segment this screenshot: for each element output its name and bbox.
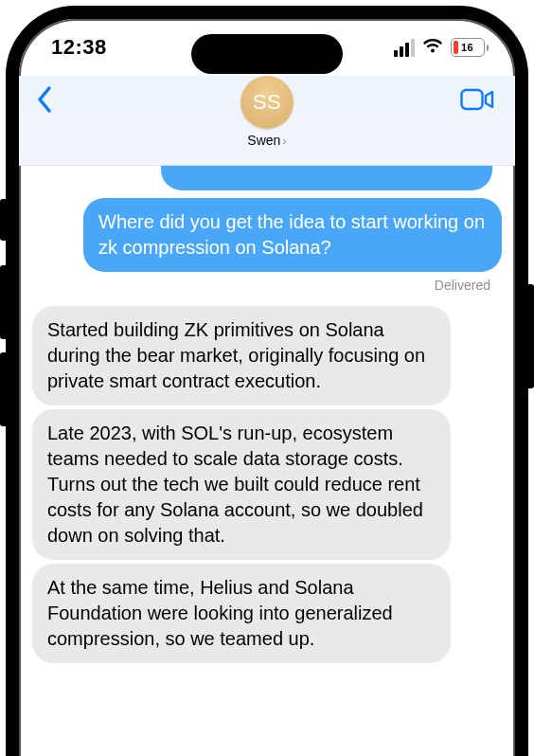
received-message-bubble[interactable]: At the same time, Helius and Solana Foun…	[32, 564, 451, 663]
message-text: Started building ZK primitives on Solana…	[47, 319, 425, 391]
contact-info-button[interactable]: SS Swen ›	[240, 76, 294, 148]
dynamic-island	[191, 34, 343, 74]
conversation-header: SS Swen ›	[19, 76, 515, 166]
avatar-initials: SS	[253, 90, 281, 115]
facetime-button[interactable]	[460, 80, 494, 116]
message-text: At the same time, Helius and Solana Foun…	[47, 577, 393, 649]
received-message-bubble[interactable]: Started building ZK primitives on Solana…	[32, 306, 451, 405]
wifi-icon	[422, 35, 443, 60]
received-message-bubble[interactable]: Late 2023, with SOL's run-up, ecosystem …	[32, 409, 451, 560]
message-list[interactable]: Where did you get the idea to start work…	[19, 166, 515, 663]
svg-rect-0	[462, 90, 483, 109]
battery-indicator: 16	[451, 38, 490, 57]
cellular-signal-icon	[394, 39, 415, 57]
phone-frame: 12:38 16	[6, 6, 528, 756]
message-text: Where did you get the idea to start work…	[98, 211, 485, 258]
delivered-status: Delivered	[30, 278, 490, 293]
avatar: SS	[240, 76, 294, 129]
chevron-right-icon: ›	[282, 134, 286, 148]
back-button[interactable]	[36, 80, 53, 118]
sent-message-bubble[interactable]: Where did you get the idea to start work…	[83, 198, 502, 272]
status-time: 12:38	[51, 35, 107, 60]
message-text: Late 2023, with SOL's run-up, ecosystem …	[47, 423, 423, 546]
battery-percent: 16	[452, 39, 484, 56]
previous-sent-bubble-peek	[161, 166, 492, 190]
contact-name: Swen	[247, 133, 280, 148]
